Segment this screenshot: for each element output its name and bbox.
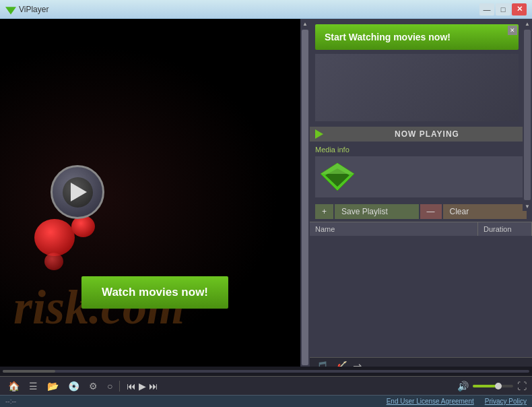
playlist-controls: + Save Playlist — Clear	[310, 201, 532, 222]
maximize-button[interactable]: □	[496, 3, 510, 15]
add-to-playlist-button[interactable]: +	[315, 204, 333, 219]
privacy-link[interactable]: Privacy Policy	[485, 398, 527, 405]
right-scrollbar: ▲ ▼	[523, 19, 532, 211]
red-dot-1	[34, 219, 75, 256]
ad-banner-text: Start Watching movies now!	[325, 32, 451, 42]
ad-video-thumbnail[interactable]	[315, 54, 519, 121]
settings-icon[interactable]: ⚙	[86, 379, 100, 393]
fullscreen-icon[interactable]: ⛶	[517, 381, 527, 392]
app-wrapper: ViPlayer — □ ✕	[0, 0, 532, 407]
ad-banner-wrapper: ✕ Start Watching movies now!	[315, 24, 519, 50]
scroll-up-arrow[interactable]: ▲	[301, 19, 309, 28]
title-bar: ViPlayer — □ ✕	[0, 0, 532, 19]
status-bar: --:-- End User License Agreement Privacy…	[0, 395, 532, 407]
np-title: NOW PLAYING	[327, 129, 527, 139]
title-controls: — □ ✕	[479, 3, 527, 15]
mid-row: risk.com Watch movies now! ▲ ▼ ▲ ▼	[0, 19, 532, 376]
ad-banner[interactable]: Start Watching movies now!	[315, 24, 519, 50]
volume-icon[interactable]: 🔊	[457, 381, 469, 392]
extra-icon[interactable]: ○	[104, 379, 115, 393]
thumb-bg	[315, 54, 519, 121]
seek-fill	[3, 370, 55, 373]
remove-from-playlist-button[interactable]: —	[420, 204, 442, 219]
minimize-button[interactable]: —	[479, 3, 494, 15]
volume-slider[interactable]	[473, 385, 513, 387]
transport-buttons: ⏮ ▶ ⏭	[127, 381, 158, 392]
open-file-icon[interactable]: 📂	[44, 379, 61, 393]
right-scroll-thumb[interactable]	[524, 30, 531, 200]
right-panel: ▲ ▼ ✕ Start Watching movies now!	[310, 19, 532, 376]
title-text: ViPlayer	[19, 5, 48, 14]
play-button[interactable]: ▶	[139, 381, 146, 392]
media-info-section: Media info	[310, 142, 532, 201]
separator-1	[119, 381, 120, 392]
viplayer-logo	[321, 162, 354, 192]
close-button[interactable]: ✕	[512, 3, 527, 15]
scroll-thumb[interactable]	[302, 30, 308, 365]
cd-icon[interactable]: 💿	[65, 379, 82, 393]
bottom-controls-bar: 🏠 ☰ 📂 💿 ⚙ ○ ⏮ ▶ ⏭ 🔊 ⛶	[0, 376, 532, 395]
np-play-icon	[315, 129, 323, 139]
table-header-duration: Duration	[478, 222, 532, 236]
playback-time: --:--	[5, 398, 376, 405]
title-bar-left: ViPlayer	[5, 4, 48, 15]
playlist-area	[310, 236, 532, 357]
media-info-label: Media info	[315, 146, 527, 154]
now-playing-bar: NOW PLAYING	[310, 127, 532, 142]
red-dots-decoration	[31, 216, 112, 270]
ad-section: ✕ Start Watching movies now!	[310, 19, 532, 127]
video-panel: risk.com Watch movies now! ▲ ▼	[0, 19, 310, 376]
red-dot-3	[44, 253, 63, 270]
volume-thumb	[495, 383, 502, 389]
viplayer-logo-svg	[321, 162, 354, 192]
next-button[interactable]: ⏭	[149, 381, 158, 392]
playlist-table-header: Name Duration	[310, 222, 532, 236]
table-header-name: Name	[310, 222, 478, 236]
play-circle	[51, 165, 104, 219]
app-icon	[5, 4, 16, 15]
svg-marker-2	[321, 163, 354, 174]
playlist-icon[interactable]: ☰	[26, 379, 40, 393]
clear-playlist-button[interactable]: Clear	[443, 204, 527, 219]
video-play-icon	[51, 165, 104, 219]
eula-link[interactable]: End User License Agreement	[387, 398, 474, 405]
media-logo-area	[315, 156, 527, 197]
right-scroll-up[interactable]: ▲	[523, 19, 531, 28]
seek-track[interactable]	[3, 370, 529, 373]
video-scrollbar: ▲ ▼	[300, 19, 310, 376]
watch-movies-button[interactable]: Watch movies now!	[81, 276, 228, 309]
seek-bar	[0, 367, 532, 376]
right-scroll-down[interactable]: ▼	[523, 201, 531, 211]
home-icon[interactable]: 🏠	[5, 379, 22, 393]
play-triangle-icon	[71, 183, 87, 201]
ad-close-button[interactable]: ✕	[508, 26, 517, 35]
save-playlist-button[interactable]: Save Playlist	[335, 204, 419, 219]
play-inner-circle	[63, 177, 93, 208]
prev-button[interactable]: ⏮	[127, 381, 136, 392]
